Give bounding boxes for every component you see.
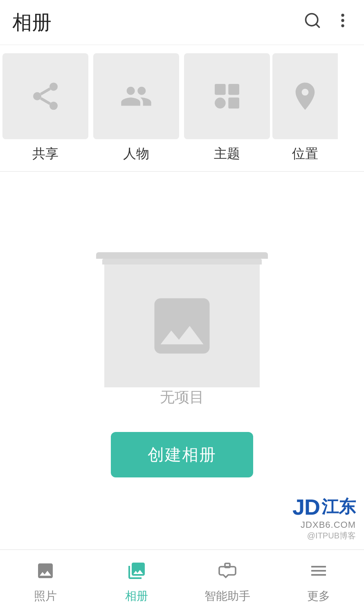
category-card-share	[2, 53, 88, 139]
svg-line-9	[41, 89, 50, 94]
nav-item-assistant[interactable]: 智能助手	[182, 550, 273, 615]
svg-point-7	[49, 102, 58, 110]
svg-rect-10	[215, 84, 226, 95]
watermark-credit: @ITPUB博客	[307, 530, 356, 541]
stack-line-1	[96, 252, 268, 259]
svg-point-14	[176, 308, 188, 320]
stack-line-2	[102, 259, 262, 265]
page-title: 相册	[12, 9, 52, 36]
nav-label-more: 更多	[307, 588, 330, 604]
empty-text: 无项目	[160, 387, 204, 407]
svg-line-8	[41, 98, 50, 104]
album-icon	[127, 561, 146, 585]
svg-rect-12	[215, 97, 226, 109]
main-content: 共享 人物 主题	[0, 45, 364, 549]
nav-label-albums: 相册	[125, 588, 148, 604]
header-actions	[303, 11, 352, 34]
category-label-theme: 主题	[214, 145, 240, 163]
nav-label-assistant: 智能助手	[204, 588, 250, 604]
photo-icon	[36, 561, 55, 585]
watermark: JD 江东 JDXB6.COM @ITPUB博客	[292, 494, 356, 541]
category-card-theme	[184, 53, 270, 139]
assistant-icon	[218, 561, 237, 585]
more-icon	[309, 561, 328, 585]
category-card-location	[272, 53, 338, 139]
svg-point-2	[341, 14, 344, 16]
svg-point-3	[341, 19, 344, 22]
nav-item-photos[interactable]: 照片	[0, 550, 91, 615]
category-item-theme[interactable]: 主题	[182, 53, 272, 163]
category-item-share[interactable]: 共享	[0, 53, 91, 163]
svg-line-1	[316, 24, 319, 27]
create-album-button[interactable]: 创建相册	[111, 432, 253, 477]
category-item-people[interactable]: 人物	[91, 53, 182, 163]
category-section: 共享 人物 主题	[0, 45, 364, 172]
category-card-people	[93, 53, 179, 139]
svg-rect-13	[228, 97, 239, 109]
category-label-people: 人物	[123, 145, 149, 163]
header: 相册	[0, 0, 364, 45]
overflow-menu-icon[interactable]	[334, 11, 352, 34]
watermark-logo-jd: JD	[292, 494, 320, 520]
bottom-nav: 照片 相册 智能助手 更多	[0, 549, 364, 615]
svg-point-4	[341, 24, 344, 27]
search-icon[interactable]	[303, 11, 321, 34]
nav-label-photos: 照片	[34, 588, 57, 604]
svg-point-5	[49, 83, 58, 91]
watermark-site: JDXB6.COM	[301, 520, 356, 530]
svg-point-6	[33, 92, 41, 100]
photo-placeholder	[104, 265, 260, 387]
svg-rect-15	[225, 563, 230, 568]
empty-section: 无项目 创建相册	[0, 172, 364, 549]
empty-image-wrapper	[96, 252, 268, 387]
nav-item-albums[interactable]: 相册	[91, 550, 182, 615]
category-item-location[interactable]: 位置	[272, 53, 338, 163]
category-label-share: 共享	[32, 145, 58, 163]
svg-rect-11	[228, 84, 239, 95]
watermark-logo-text: 江东	[321, 495, 356, 518]
category-label-location: 位置	[292, 145, 318, 163]
nav-item-more[interactable]: 更多	[273, 550, 364, 615]
